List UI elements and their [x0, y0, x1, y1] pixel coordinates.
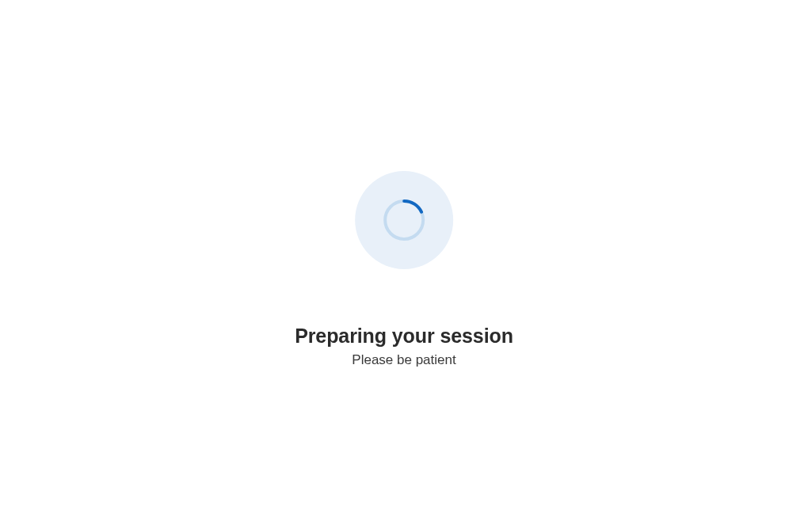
loading-spinner-icon	[382, 198, 426, 242]
loading-title: Preparing your session	[295, 325, 513, 348]
spinner-background	[355, 171, 453, 269]
loading-panel: Preparing your session Please be patient	[295, 171, 513, 368]
loading-text-block: Preparing your session Please be patient	[295, 325, 513, 368]
loading-subtitle: Please be patient	[295, 352, 513, 368]
